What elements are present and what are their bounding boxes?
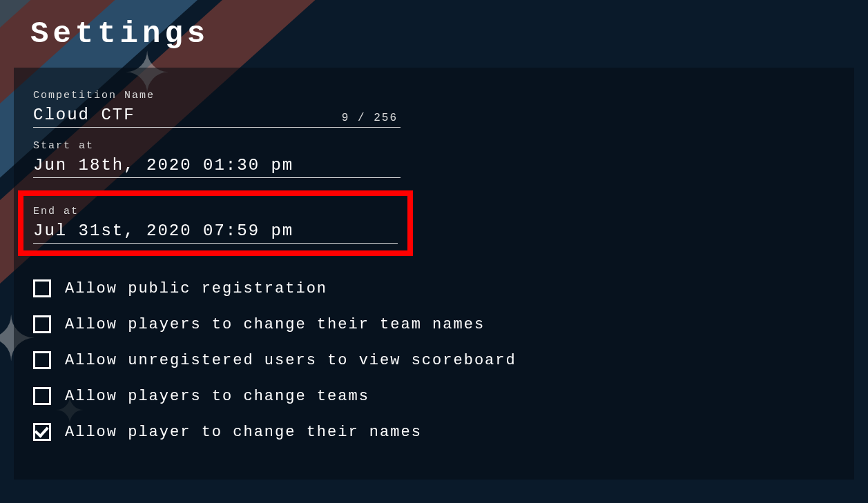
checkbox-row-unregistered-scoreboard: Allow unregistered users to view scorebo… — [33, 351, 827, 369]
checkbox-label[interactable]: Allow public registration — [65, 280, 327, 297]
start-at-label: Start at — [33, 140, 827, 152]
checkbox-unregistered-scoreboard[interactable] — [33, 351, 51, 369]
end-at-label: End at — [33, 206, 398, 217]
end-at-highlight: End at Jul 31st, 2020 07:59 pm — [18, 190, 413, 256]
start-at-field: Start at Jun 18th, 2020 01:30 pm — [33, 140, 827, 178]
settings-panel: Competition Name Cloud CTF 9 / 256 Start… — [14, 68, 854, 480]
checkbox-row-change-names: Allow player to change their names — [33, 423, 827, 441]
competition-name-input[interactable]: Cloud CTF — [33, 106, 342, 124]
end-at-field: End at Jul 31st, 2020 07:59 pm — [33, 206, 398, 244]
competition-name-counter: 9 / 256 — [342, 112, 401, 124]
checkbox-label[interactable]: Allow unregistered users to view scorebo… — [65, 352, 517, 369]
checkbox-public-registration[interactable] — [33, 279, 51, 297]
end-at-input[interactable]: Jul 31st, 2020 07:59 pm — [33, 221, 398, 240]
checkbox-change-names[interactable] — [33, 423, 51, 441]
checkbox-row-public-registration: Allow public registration — [33, 279, 827, 297]
page-title: Settings — [30, 17, 868, 51]
checkbox-label[interactable]: Allow player to change their names — [65, 424, 422, 441]
start-at-input[interactable]: Jun 18th, 2020 01:30 pm — [33, 156, 401, 175]
checkbox-row-change-teams: Allow players to change teams — [33, 387, 827, 405]
competition-name-field: Competition Name Cloud CTF 9 / 256 — [33, 90, 827, 128]
checkbox-row-change-team-names: Allow players to change their team names — [33, 315, 827, 333]
checkbox-change-team-names[interactable] — [33, 315, 51, 333]
checkbox-label[interactable]: Allow players to change their team names — [65, 316, 485, 333]
checkbox-label[interactable]: Allow players to change teams — [65, 388, 369, 405]
checkbox-change-teams[interactable] — [33, 387, 51, 405]
competition-name-label: Competition Name — [33, 90, 827, 101]
